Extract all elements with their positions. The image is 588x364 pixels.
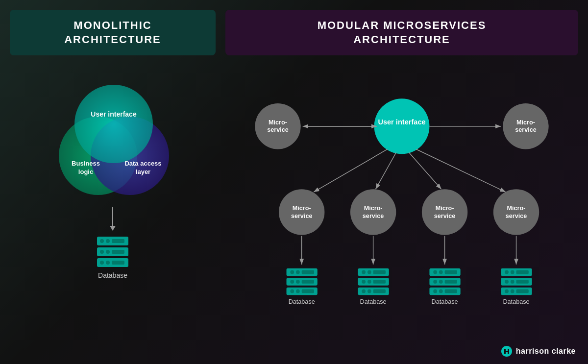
svg-point-76 — [362, 290, 366, 293]
left-panel-title: MONOLITHIC ARCHITECTURE — [24, 19, 201, 47]
svg-rect-87 — [445, 280, 457, 284]
svg-rect-21 — [112, 261, 124, 265]
top-panels: MONOLITHIC ARCHITECTURE MODULAR MICROSER… — [0, 0, 588, 55]
micro-diagram-svg: User interface Micro- service Micro- ser… — [225, 65, 578, 359]
svg-point-15 — [100, 250, 104, 254]
svg-text:service: service — [515, 127, 537, 134]
microservices-section: User interface Micro- service Micro- ser… — [225, 65, 578, 359]
svg-point-63 — [290, 290, 294, 293]
svg-rect-70 — [373, 270, 386, 274]
svg-rect-83 — [445, 270, 457, 274]
svg-text:Database: Database — [432, 298, 458, 305]
svg-point-82 — [439, 270, 443, 274]
svg-text:service: service — [267, 127, 289, 134]
svg-point-85 — [433, 280, 437, 284]
svg-text:Data access: Data access — [124, 160, 161, 167]
svg-rect-65 — [302, 290, 314, 293]
svg-text:Micro-: Micro- — [516, 119, 535, 126]
svg-text:service: service — [363, 213, 384, 219]
database-icon-mono — [93, 234, 132, 268]
svg-point-94 — [505, 270, 509, 274]
svg-point-99 — [511, 280, 514, 284]
svg-point-86 — [439, 280, 443, 284]
right-panel-header: MODULAR MICROSERVICES ARCHITECTURE — [225, 10, 578, 55]
main-container: MONOLITHIC ARCHITECTURE MODULAR MICROSER… — [0, 0, 588, 364]
svg-point-12 — [106, 239, 110, 243]
mono-db-label: Database — [98, 271, 127, 279]
svg-rect-96 — [516, 270, 529, 274]
svg-text:Micro-: Micro- — [293, 205, 311, 212]
svg-text:User interface: User interface — [91, 110, 137, 118]
svg-text:Database: Database — [503, 298, 529, 305]
svg-rect-61 — [302, 280, 314, 284]
svg-text:service: service — [291, 213, 313, 219]
svg-rect-13 — [112, 239, 124, 243]
svg-point-81 — [433, 270, 437, 274]
svg-text:logic: logic — [78, 168, 93, 175]
content-area: User interface Business logic Data acces… — [0, 55, 588, 364]
svg-point-11 — [100, 239, 104, 243]
svg-line-48 — [409, 152, 441, 189]
svg-text:Micro-: Micro- — [507, 205, 526, 212]
svg-point-23 — [374, 99, 430, 154]
svg-rect-57 — [302, 270, 314, 274]
svg-point-69 — [368, 270, 371, 274]
svg-point-20 — [106, 261, 110, 265]
svg-point-95 — [511, 270, 514, 274]
svg-point-77 — [368, 290, 371, 293]
svg-point-2 — [74, 85, 153, 163]
svg-point-59 — [290, 280, 294, 284]
svg-rect-91 — [445, 290, 457, 293]
svg-text:Database: Database — [360, 298, 387, 305]
svg-rect-17 — [112, 250, 124, 254]
svg-line-49 — [416, 149, 506, 193]
svg-line-47 — [375, 152, 396, 189]
mono-database: Database — [93, 234, 132, 279]
venn-diagram: User interface Business logic Data acces… — [34, 70, 191, 207]
svg-point-72 — [362, 280, 366, 284]
svg-text:Micro-: Micro- — [269, 119, 287, 126]
svg-point-68 — [362, 270, 366, 274]
svg-text:Micro-: Micro- — [436, 205, 454, 212]
svg-point-89 — [433, 290, 437, 293]
svg-point-16 — [106, 250, 110, 254]
svg-point-56 — [296, 270, 300, 274]
svg-rect-78 — [373, 290, 386, 293]
svg-text:Business: Business — [72, 160, 100, 167]
svg-point-64 — [296, 290, 300, 293]
svg-rect-74 — [373, 280, 386, 284]
svg-point-103 — [511, 290, 514, 293]
monolithic-section: User interface Business logic Data acces… — [10, 65, 216, 359]
svg-text:service: service — [506, 213, 527, 219]
svg-point-90 — [439, 290, 443, 293]
svg-marker-9 — [110, 226, 116, 231]
svg-text:Micro-: Micro- — [364, 205, 383, 212]
svg-text:layer: layer — [136, 168, 150, 175]
svg-text:service: service — [434, 213, 456, 219]
svg-point-98 — [505, 280, 509, 284]
svg-rect-104 — [516, 290, 529, 293]
svg-point-102 — [505, 290, 509, 293]
svg-point-60 — [296, 280, 300, 284]
svg-text:User interface: User interface — [378, 118, 425, 126]
left-panel-header: MONOLITHIC ARCHITECTURE — [10, 10, 216, 55]
svg-line-46 — [314, 149, 388, 193]
svg-rect-100 — [516, 280, 529, 284]
svg-point-73 — [368, 280, 371, 284]
svg-text:Database: Database — [289, 298, 315, 305]
right-panel-title: MODULAR MICROSERVICES ARCHITECTURE — [240, 19, 564, 47]
svg-point-19 — [100, 261, 104, 265]
svg-point-55 — [290, 270, 294, 274]
